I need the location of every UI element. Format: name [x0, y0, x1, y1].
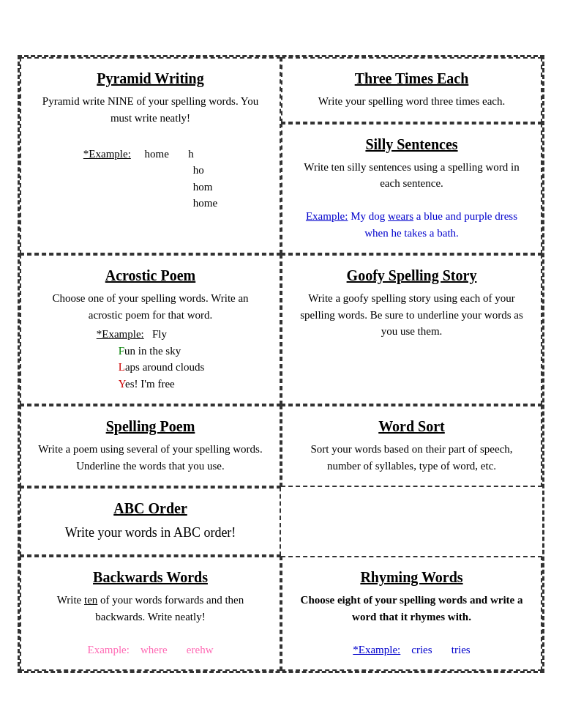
backwards-words-cell: Backwards Words Write ten of your words …	[20, 556, 281, 671]
silly-example-label: Example:	[306, 210, 348, 222]
pyramid-example-word: home	[145, 148, 169, 160]
backwards-body1: Write	[57, 594, 84, 606]
three-times-body: Write your spelling word three times eac…	[296, 93, 528, 110]
silly-example-wears: wears	[388, 210, 413, 222]
acrostic-poem-title: Acrostic Poem	[34, 267, 266, 284]
goofy-story-cell: Goofy Spelling Story Write a goofy spell…	[281, 254, 542, 405]
backwards-example-word1: where	[140, 644, 168, 655]
acrostic-example: *Example: Fly Fun in the sky Laps around…	[97, 326, 204, 392]
spelling-poem-cell: Spelling Poem Write a poem using several…	[20, 405, 281, 487]
rhyming-words-title: Rhyming Words	[296, 569, 528, 586]
backwards-words-body: Write ten of your words forwards and the…	[34, 592, 266, 658]
backwards-example-label: Example:	[87, 644, 129, 655]
spelling-poem-title: Spelling Poem	[34, 418, 266, 435]
acrostic-f-rest: un in the sky	[124, 345, 181, 357]
rhyming-body1: Choose eight of your spelling words and …	[301, 594, 523, 623]
abc-order-title: ABC Order	[113, 500, 187, 517]
backwards-body-rest: of your words forwards and then backward…	[95, 594, 244, 623]
acrostic-l: L	[119, 361, 125, 373]
pyramid-hom: hom	[193, 181, 213, 193]
pyramid-home: home	[193, 197, 217, 209]
acrostic-l-rest: aps around clouds	[125, 361, 204, 373]
three-times-cell: Three Times Each Write your spelling wor…	[281, 57, 542, 123]
three-times-title: Three Times Each	[296, 70, 528, 87]
spelling-poem-body: Write a poem using several of your spell…	[34, 441, 266, 474]
pyramid-writing-cell: Pyramid Writing Pyramid write NINE of yo…	[20, 57, 281, 254]
acrostic-example-word: Fly	[152, 328, 167, 340]
rhyming-example: *Example: cries tries	[353, 644, 470, 655]
acrostic-line2: Laps around clouds	[119, 361, 204, 373]
pyramid-ho: ho	[193, 164, 204, 176]
abc-order-cell: ABC Order Write your words in ABC order!	[20, 487, 281, 556]
pyramid-writing-title: Pyramid Writing	[34, 70, 266, 87]
acrostic-y-rest: es! I'm free	[125, 378, 175, 390]
acrostic-line1: Fun in the sky	[119, 345, 181, 357]
page-container: Pyramid Writing Pyramid write NINE of yo…	[18, 55, 544, 673]
rhyming-words-body: Choose eight of your spelling words and …	[296, 592, 528, 658]
pyramid-example: *Example: home h ho hom home	[83, 146, 217, 212]
goofy-story-body: Write a goofy spelling story using each …	[296, 290, 528, 340]
silly-example-text1: My dog	[351, 210, 388, 222]
pyramid-h: h	[188, 148, 194, 160]
pyramid-writing-body: Pyramid write NINE of your spelling word…	[34, 93, 266, 212]
goofy-story-title: Goofy Spelling Story	[296, 267, 528, 284]
rhyming-words-cell: Rhyming Words Choose eight of your spell…	[281, 556, 542, 671]
silly-sentences-text: Write ten silly sentences using a spelli…	[304, 161, 519, 190]
word-sort-cell: Word Sort Sort your words based on their…	[281, 405, 542, 487]
word-sort-body: Sort your words based on their part of s…	[296, 441, 528, 474]
acrostic-poem-cell: Acrostic Poem Choose one of your spellin…	[20, 254, 281, 405]
pyramid-example-label: *Example:	[83, 148, 131, 160]
backwards-body-underline: ten	[84, 594, 97, 606]
abc-order-body: Write your words in ABC order!	[65, 523, 236, 543]
rhyming-example-label: *Example:	[353, 644, 400, 655]
backwards-example: Example: where erehw	[87, 644, 213, 655]
silly-sentences-cell: Silly Sentences Write ten silly sentence…	[281, 123, 542, 255]
acrostic-y: Y	[119, 378, 125, 390]
silly-sentences-title: Silly Sentences	[296, 136, 528, 153]
silly-example-prefix: Example: My dog wears a blue and purple …	[306, 210, 517, 239]
acrostic-f: F	[119, 345, 124, 357]
silly-sentences-body: Write ten silly sentences using a spelli…	[296, 159, 528, 242]
backwards-words-title: Backwards Words	[34, 569, 266, 586]
backwards-example-word2: erehw	[187, 644, 214, 655]
acrostic-example-label: *Example:	[97, 328, 144, 340]
rhyming-example-word2: tries	[452, 644, 471, 655]
word-sort-title: Word Sort	[296, 418, 528, 435]
acrostic-poem-body: Choose one of your spelling words. Write…	[34, 290, 266, 392]
acrostic-line3: Yes! I'm free	[119, 378, 175, 390]
rhyming-example-word1: cries	[411, 644, 432, 655]
